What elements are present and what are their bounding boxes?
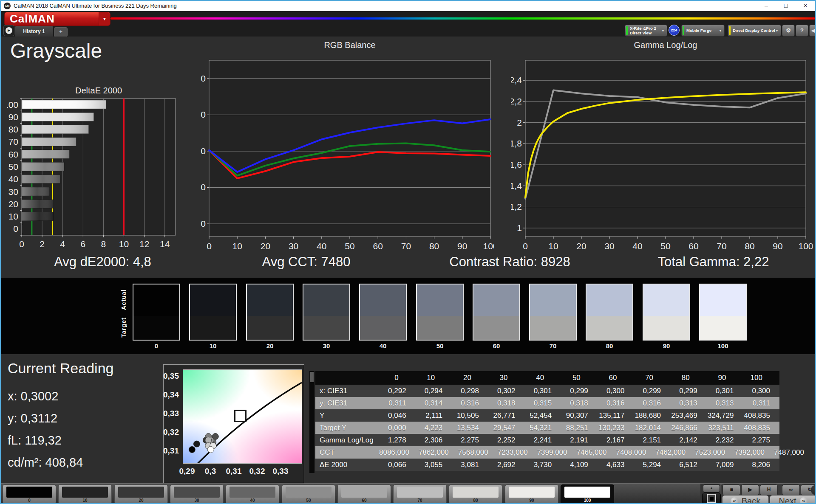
current-reading-panel: Current Reading x: 0,3002 y: 0,3112 fL: …	[8, 360, 113, 473]
svg-text:14: 14	[160, 239, 170, 249]
stop-button[interactable]: ■	[722, 484, 740, 496]
logo-menu-caret-icon: ▼	[99, 12, 110, 25]
table-row-label: Gamma Log/Log	[315, 436, 379, 445]
close-button[interactable]: ×	[796, 1, 815, 11]
swatch-level-label: 100	[699, 342, 747, 349]
next-button[interactable]: Next »	[770, 495, 816, 504]
svg-text:1: 1	[517, 223, 522, 233]
pattern-button-90[interactable]: 90	[505, 484, 558, 504]
pattern-popup-button[interactable]: ▲	[703, 484, 720, 493]
actual-swatch	[530, 284, 576, 316]
tab-history-1[interactable]: History 1	[15, 26, 53, 37]
collapse-panel-button[interactable]: ◀	[809, 25, 816, 37]
cie-ytick: 0,32	[163, 428, 179, 437]
pattern-button-20[interactable]: 20	[114, 484, 168, 504]
table-cell: 2,275	[743, 436, 779, 445]
table-cell: 26,771	[488, 411, 525, 420]
table-cell: 408,835	[743, 411, 779, 420]
table-cell: 8086,000	[379, 448, 419, 457]
pattern-window-button[interactable]	[702, 493, 721, 504]
ddc-label: Direct Display Control	[733, 28, 775, 33]
swatch-tile-70	[529, 284, 577, 341]
swatch-level-label: 50	[416, 342, 464, 349]
app-icon: CM	[4, 3, 11, 9]
pattern-button-70[interactable]: 70	[393, 484, 447, 504]
meter-ddc-dropdown[interactable]: Direct Display Control ▼	[728, 25, 781, 37]
pattern-button-50[interactable]: 50	[282, 484, 335, 504]
table-cell: 7462,000	[655, 448, 695, 457]
pattern-chip	[286, 487, 332, 498]
target-swatch	[586, 316, 632, 340]
avg-cct-stat: Avg CCT: 7480	[204, 251, 408, 273]
table-cell: 52,454	[525, 411, 561, 420]
table-cell: 323,511	[707, 424, 743, 432]
svg-text:50: 50	[345, 241, 354, 251]
cie-ytick: 0,33	[163, 409, 179, 418]
svg-text:40: 40	[632, 241, 642, 251]
table-cell: 8,206	[743, 461, 779, 469]
swatch-level-label: 30	[303, 342, 350, 349]
help-button[interactable]: ?	[796, 25, 808, 37]
pattern-button-60[interactable]: 60	[337, 484, 391, 504]
pattern-button-30[interactable]: 30	[170, 484, 224, 504]
svg-text:70: 70	[8, 137, 18, 146]
collapse-icon: ◀	[811, 27, 816, 34]
meter-sensor-dropdown[interactable]: X-Rite i1Pro 2 Direct View ▼	[625, 25, 667, 37]
pattern-button-100[interactable]: 100	[561, 484, 614, 504]
pattern-level-label: 10	[59, 498, 111, 503]
svg-text:2,4: 2,4	[511, 75, 522, 85]
pattern-chip	[62, 487, 108, 498]
back-button[interactable]: « Back	[722, 495, 769, 504]
loop-button[interactable]: ∞	[782, 484, 800, 496]
calman-window: CM CalMAN 2018 CalMAN Ultimate for Busin…	[0, 0, 816, 504]
chevron-down-icon: ▼	[661, 29, 665, 33]
settings-button[interactable]: ⚙	[782, 25, 795, 37]
workflow-nav-button[interactable]: ▶	[3, 25, 14, 36]
table-row-label: Target Y	[315, 424, 379, 432]
table-col-header: 20	[452, 374, 488, 382]
meter-source-dropdown[interactable]: Mobile Forge ▼	[681, 25, 725, 37]
sensor-status-bar	[626, 26, 628, 35]
pattern-button-40[interactable]: 40	[226, 484, 279, 504]
pattern-button-80[interactable]: 80	[449, 484, 502, 504]
swatch-level-label: 40	[359, 342, 407, 349]
table-scrollbar[interactable]	[309, 371, 314, 473]
source-status-bar	[683, 26, 684, 35]
actual-swatch	[360, 284, 406, 316]
table-cell: 2,142	[670, 436, 707, 445]
add-tab-button[interactable]: +	[54, 27, 68, 37]
svg-text:0: 0	[13, 224, 18, 234]
calman-logo-button[interactable]: CalMAN ▼	[4, 12, 110, 26]
cie-xtick: 0,29	[178, 467, 196, 476]
target-row-label: Target	[120, 314, 127, 341]
svg-text:2,2: 2,2	[511, 96, 522, 106]
pattern-button-10[interactable]: 10	[58, 484, 112, 504]
table-cell: 2,151	[634, 436, 670, 445]
loop-icon: ∞	[789, 487, 793, 493]
table-cell: 408,835	[743, 424, 779, 432]
source-label: Mobile Forge	[686, 28, 711, 33]
table-cell: 0,301	[525, 387, 561, 395]
table-cell: 0,300	[743, 387, 779, 395]
table-cell: 7862,000	[419, 448, 458, 457]
table-cell: 0,292	[379, 387, 416, 395]
svg-text:-20: -20	[201, 182, 206, 192]
sensor-count-badge[interactable]: 224	[669, 25, 680, 36]
minimize-button[interactable]: –	[756, 1, 776, 11]
svg-text:80: 80	[429, 241, 439, 251]
hold-button[interactable]: H	[760, 484, 778, 496]
actual-swatch	[473, 284, 519, 316]
pattern-button-0[interactable]: 0	[3, 484, 56, 504]
window-titlebar: CM CalMAN 2018 CalMAN Ultimate for Busin…	[1, 1, 815, 11]
play-button[interactable]: ▶	[741, 484, 759, 496]
cie-chart-panel: 0,350,340,330,320,310,290,30,310,320,33	[163, 364, 304, 483]
maximize-button[interactable]: □	[776, 1, 796, 11]
scrollbar-thumb[interactable]	[310, 372, 314, 382]
svg-text:80: 80	[8, 124, 18, 134]
table-cell: 253,469	[670, 411, 707, 420]
svg-text:70: 70	[717, 241, 726, 251]
table-row: CCT8086,0007862,0007568,0007233,0007399,…	[315, 446, 779, 459]
table-cell: 7399,000	[537, 448, 577, 457]
swatch-level-label: 0	[133, 342, 180, 349]
actual-swatch	[700, 284, 746, 316]
